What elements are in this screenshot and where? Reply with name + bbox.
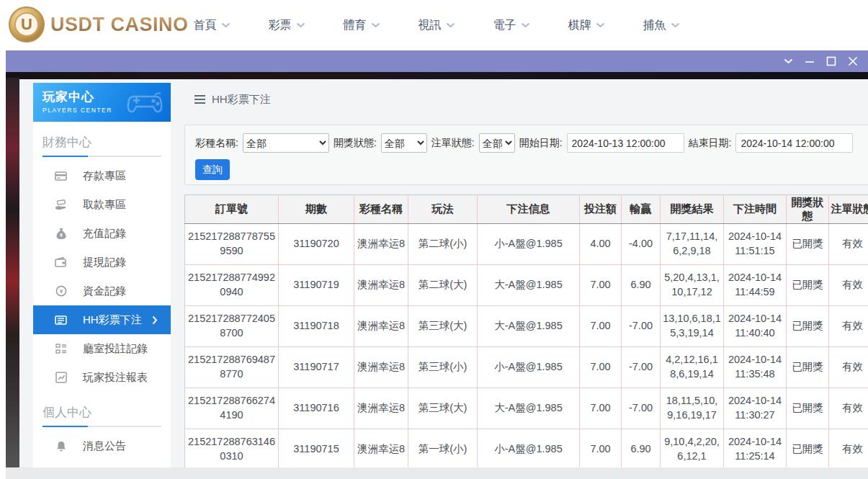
table-cell: 31190717 [279,347,354,388]
table-cell: 已開獎 [787,347,829,388]
nav-item-home[interactable]: 首頁 [174,18,249,33]
table-cell: 大-A盤@1.985 [478,388,580,429]
window-controls [777,50,864,72]
logo-coin-icon: U [9,6,45,42]
column-header: 訂單號 [185,195,279,224]
table-cell: 澳洲幸运8 [354,347,408,388]
column-header: 期數 [279,195,354,224]
table-row: 215217288763146031031190715澳洲幸运8第一球(小)小-… [185,429,868,470]
sidebar-item-label: 消息公告 [83,439,126,453]
table-cell: -7.00 [622,347,661,388]
table-cell: 有效 [829,265,868,306]
ticket-icon [55,314,67,326]
logo-text: USDT CASINO [50,14,189,36]
filter-panel: 彩種名稱: 全部 開獎狀態: 全部 注單狀態: 全部 開始日期: [184,125,868,185]
main-surface: 玩家中心 PLAYERS CENTER 財務中心存款專區取款專區¥充值記錄提現記… [19,79,868,467]
room-list-icon [55,343,67,355]
sidebar-item-player-bet-report[interactable]: 玩家投注報表 [33,363,171,392]
chevron-right-icon [152,315,158,327]
sidebar-item-room-bet-record[interactable]: 廳室投註記錄 [33,334,171,363]
window-minimize-button[interactable] [799,50,820,72]
deposit-card-icon [55,170,67,182]
site-logo[interactable]: U USDT CASINO [9,6,189,42]
nav-item-lottery[interactable]: 彩票 [249,18,324,33]
table-row: 215217288774992094031190719澳洲幸运8第二球(大)大-… [185,265,868,306]
nav-item-label: 首頁 [194,18,217,33]
start-date-input[interactable] [567,133,684,153]
table-cell: 31190715 [279,429,354,470]
nav-item-cards[interactable]: 棋牌 [549,18,624,33]
chevron-down-icon [446,22,455,28]
search-button[interactable]: 查詢 [195,159,230,180]
nav-item-label: 棋牌 [568,18,591,33]
table-cell: 大-A盤@1.985 [478,306,580,347]
sidebar-item-announcements[interactable]: 消息公告 [33,431,171,460]
table-cell: -7.00 [622,306,661,347]
table-cell: 澳洲幸运8 [354,429,408,470]
sidebar-item-label: 資金記錄 [83,285,126,298]
withdraw-hand-icon [55,199,67,211]
end-date-label: 結束日期: [689,137,732,150]
table-cell: 2024-10-14 11:25:14 [724,429,787,470]
table-cell: 4,2,12,16,18,6,19,14 [661,347,724,388]
sidebar-item-label: 充值記錄 [83,227,126,241]
sidebar-item-withdraw-zone[interactable]: 取款專區 [33,190,171,219]
table-cell: 第二球(大) [408,265,478,306]
sidebar-item-deposit-zone[interactable]: 存款專區 [33,161,171,190]
end-date-input[interactable] [735,133,853,153]
table-cell: 已開獎 [787,224,829,265]
background-photo-strip [6,78,19,467]
table-cell: 7.00 [580,347,622,388]
svg-text:¥: ¥ [60,233,63,238]
sidebar-header: 玩家中心 PLAYERS CENTER [33,83,171,122]
wallet-icon [55,256,67,269]
order-status-label: 注單狀態: [431,137,475,150]
table-cell: 第二球(小) [408,224,478,265]
close-icon [848,56,858,66]
table-cell: -7.00 [622,388,661,429]
table-cell: 2024-10-14 11:35:48 [724,347,787,388]
table-cell: 2024-10-14 11:30:27 [724,388,787,429]
table-cell: 第一球(小) [408,429,478,470]
sidebar-item-label: 存款專區 [83,169,126,183]
nav-item-slots[interactable]: 電子 [474,18,549,33]
window-dropdown-button[interactable] [777,50,799,72]
breadcrumb: HH彩票下注 [194,89,271,109]
table-cell: 澳洲幸运8 [354,265,408,306]
maximize-icon [826,56,836,66]
table-cell: 2024-10-14 11:44:59 [724,265,787,306]
draw-status-select[interactable]: 全部 [381,133,427,153]
sidebar-item-label: 提現記錄 [83,256,126,269]
window-maximize-button[interactable] [820,50,842,72]
nav-item-fishing[interactable]: 捕魚 [624,18,699,33]
order-status-select[interactable]: 全部 [479,133,515,153]
table-row: 215217288769487877031190717澳洲幸运8第三球(小)小-… [185,347,868,388]
chevron-down-icon [596,22,605,28]
table-cell: 2152172887724058700 [185,306,279,347]
window-close-button[interactable] [842,50,864,72]
table-cell: 31190716 [279,388,354,429]
hamburger-icon[interactable] [194,93,205,106]
table-cell: 有效 [829,306,868,347]
table-cell: 7.00 [580,388,622,429]
nav-item-sports[interactable]: 體育 [324,18,399,33]
table-cell: 4.00 [580,224,622,265]
sidebar-item-hh-lottery-bets[interactable]: HH彩票下注 [33,305,171,334]
lottery-name-select[interactable]: 全部 [243,133,329,153]
sidebar-sections: 財務中心存款專區取款專區¥充值記錄提現記錄¥資金記錄HH彩票下注廳室投註記錄玩家… [33,122,171,475]
chevron-down-icon [221,22,231,28]
page-title: HH彩票下注 [212,93,271,107]
nav-item-video[interactable]: 視訊 [399,18,474,33]
sidebar-item-funds-record[interactable]: ¥資金記錄 [33,277,171,305]
table-cell: 已開獎 [787,306,829,347]
sidebar-item-label: 取款專區 [83,198,126,212]
table-header-row: 訂單號期數彩種名稱玩法下注信息投注額輸贏開獎結果下注時間開獎狀態注單狀態 [185,195,868,224]
table-cell: 大-A盤@1.985 [478,265,580,306]
table-row: 215217288778755959031190720澳洲幸运8第二球(小)小-… [185,224,868,265]
sidebar-item-withdraw-record[interactable]: 提現記錄 [33,248,171,277]
start-date-label: 開始日期: [519,137,563,150]
section-underline [42,156,161,157]
nav-item-label: 視訊 [419,18,442,33]
sidebar-item-recharge-record[interactable]: ¥充值記錄 [33,219,171,248]
chevron-down-icon [784,58,793,64]
